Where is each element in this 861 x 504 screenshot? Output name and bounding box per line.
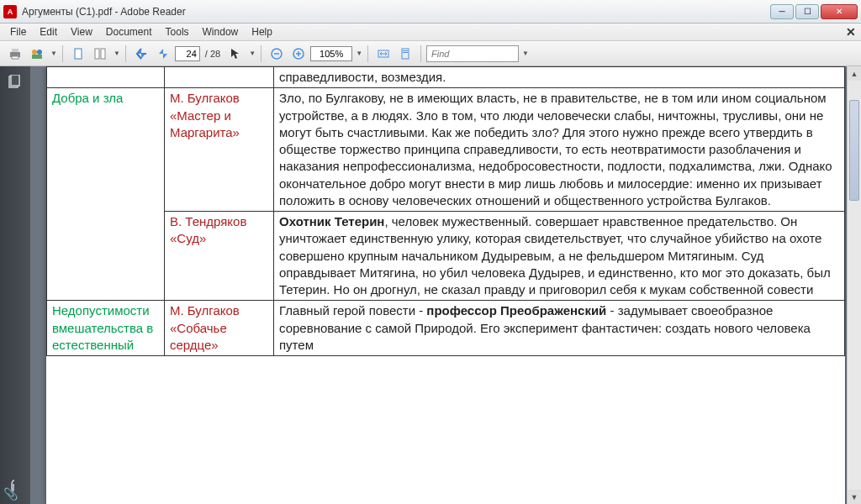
page-number-input[interactable] — [175, 46, 200, 61]
fit-width-button[interactable] — [373, 45, 394, 63]
select-tool-button[interactable] — [225, 45, 246, 63]
menu-help[interactable]: Help — [245, 24, 279, 39]
menu-bar: File Edit View Document Tools Window Hel… — [0, 24, 861, 41]
toolbar: ▼ ▼ / 28 ▼ ▼ ▼ — [0, 41, 861, 66]
dropdown-icon[interactable]: ▼ — [114, 50, 120, 57]
svg-rect-20 — [11, 75, 19, 86]
navigation-panel — [0, 66, 30, 504]
single-page-button[interactable] — [68, 45, 88, 63]
dropdown-icon[interactable]: ▼ — [249, 50, 256, 57]
page-total-label: / 28 — [205, 49, 220, 59]
adobe-reader-icon: A — [3, 5, 17, 18]
window-titlebar: A Аргументы (C1).pdf - Adobe Reader ─ ☐ … — [0, 0, 861, 24]
dropdown-icon[interactable]: ▼ — [356, 50, 362, 57]
toolbar-separator — [367, 45, 368, 62]
minimize-button[interactable]: ─ — [770, 4, 794, 19]
dropdown-icon[interactable]: ▼ — [50, 50, 57, 57]
svg-point-4 — [37, 50, 42, 55]
toolbar-separator — [261, 45, 261, 62]
svg-rect-17 — [403, 50, 408, 51]
window-controls: ─ ☐ ✕ — [770, 4, 858, 19]
text-cell: Охотник Тетерин, человек мужественный. с… — [274, 212, 845, 301]
topic-cell: Недопустимости вмешательства в естествен… — [47, 301, 165, 356]
table-row: справедливости, возмездия. — [47, 67, 845, 88]
source-cell — [165, 67, 274, 88]
find-input[interactable] — [426, 45, 519, 62]
zoom-in-button[interactable] — [288, 45, 309, 63]
menu-tools[interactable]: Tools — [159, 24, 196, 39]
scroll-down-arrow[interactable]: ▼ — [848, 490, 861, 504]
svg-point-3 — [32, 50, 37, 55]
svg-rect-8 — [101, 49, 105, 59]
svg-rect-5 — [32, 55, 42, 59]
topic-cell: Добра и зла — [47, 88, 165, 301]
menu-window[interactable]: Window — [196, 24, 246, 39]
menu-document[interactable]: Document — [99, 24, 159, 39]
text-cell: справедливости, возмездия. — [274, 67, 845, 88]
continuous-page-button[interactable] — [90, 45, 110, 63]
pages-panel-icon[interactable] — [7, 75, 24, 92]
table-row: Недопустимости вмешательства в естествен… — [47, 301, 845, 356]
pdf-page: справедливости, возмездия. Добра и зла М… — [46, 66, 845, 504]
next-page-button[interactable] — [153, 45, 173, 63]
text-cell: Зло, по Булгакову, не в имеющих власть, … — [274, 88, 845, 212]
source-cell: М. Булгаков «Собачье сердце» — [165, 301, 274, 356]
source-cell: М. Булгаков «Мастер и Маргарита» — [165, 88, 274, 212]
toolbar-separator — [125, 45, 126, 62]
maximize-button[interactable]: ☐ — [795, 4, 819, 19]
scroll-up-arrow[interactable]: ▲ — [848, 66, 861, 81]
zoom-out-button[interactable] — [267, 45, 287, 63]
menu-file[interactable]: File — [3, 24, 33, 39]
toolbar-separator — [62, 45, 63, 62]
close-button[interactable]: ✕ — [821, 4, 858, 19]
table-row: Добра и зла М. Булгаков «Мастер и Маргар… — [47, 88, 845, 212]
close-document-button[interactable]: ✕ — [846, 25, 856, 39]
toolbar-separator — [420, 45, 421, 62]
content-area: справедливости, возмездия. Добра и зла М… — [0, 66, 861, 504]
scrollbar-thumb[interactable] — [849, 100, 859, 201]
svg-rect-18 — [403, 52, 408, 53]
attachment-icon[interactable]: 📎 — [3, 487, 18, 501]
zoom-level-input[interactable] — [310, 46, 352, 61]
topic-cell — [47, 67, 165, 88]
source-cell: В. Тендряков «Суд» — [165, 212, 274, 301]
svg-rect-2 — [12, 56, 18, 59]
svg-rect-6 — [75, 49, 82, 59]
dropdown-icon[interactable]: ▼ — [522, 50, 529, 57]
vertical-scrollbar[interactable]: ▲ ▼ — [847, 66, 861, 504]
table-row: В. Тендряков «Суд» Охотник Тетерин, чело… — [47, 212, 845, 301]
previous-page-button[interactable] — [131, 45, 151, 63]
menu-edit[interactable]: Edit — [33, 24, 64, 39]
window-title: Аргументы (C1).pdf - Adobe Reader — [22, 6, 770, 18]
svg-rect-1 — [12, 49, 18, 52]
fit-page-button[interactable] — [395, 45, 415, 63]
print-button[interactable] — [5, 45, 25, 63]
menu-view[interactable]: View — [64, 24, 99, 39]
text-cell: Главный герой повести - профессор Преобр… — [274, 301, 845, 356]
svg-rect-7 — [95, 49, 99, 59]
document-viewport[interactable]: справедливости, возмездия. Добра и зла М… — [30, 66, 861, 504]
svg-rect-16 — [402, 49, 409, 59]
collaborate-button[interactable] — [27, 45, 47, 63]
document-table: справедливости, возмездия. Добра и зла М… — [46, 66, 845, 356]
